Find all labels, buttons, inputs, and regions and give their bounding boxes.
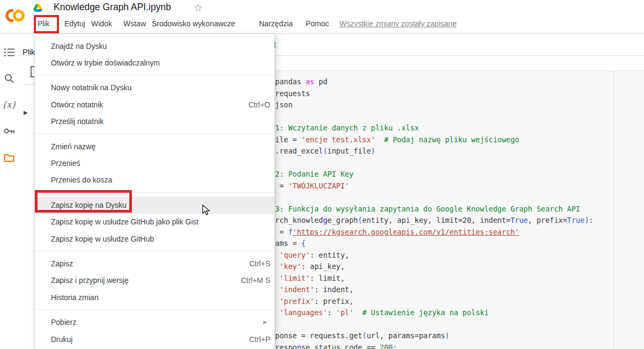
colab-window: Knowledge Graph API.ipynb ☆ Plik Edytuj … — [0, 0, 644, 349]
menu-item-label: Przenieś do kosza — [51, 176, 112, 184]
code-line: .read_excel(input_file) — [275, 146, 593, 157]
code-line: 'languages': 'pl' # Ustawienie języka na… — [275, 307, 593, 319]
menu-item-label: Zmień nazwę — [51, 142, 95, 151]
menu-item-label: Otwórz w trybie doświadczalnym — [51, 59, 160, 67]
menubar-item-wstaw[interactable]: Wstaw — [123, 19, 146, 28]
code-line — [275, 111, 593, 123]
menubar-item-narzedzia[interactable]: Narzędzia — [259, 19, 293, 28]
variables-icon[interactable]: {x} — [3, 99, 15, 111]
code-line: 1: Wczytanie danych z pliku .xlsx — [275, 122, 593, 134]
menu-item-label: Zapisz — [51, 259, 73, 268]
menu-item-revision-history[interactable]: Historia zmian — [35, 289, 275, 306]
menu-item-shortcut: Ctrl+S — [249, 259, 270, 268]
menu-item-label: Przenieś — [51, 159, 80, 168]
star-icon[interactable]: ☆ — [194, 2, 203, 14]
menubar-item-srodowisko-wykonawcze[interactable]: Środowisko wykonawcze — [152, 19, 235, 28]
code-line: 'indent': indent, — [275, 284, 593, 296]
code-line: requests — [275, 88, 593, 100]
file-menu-section: ZapiszCtrl+SZapisz i przypnij wersjęCtrl… — [35, 251, 275, 309]
colab-logo[interactable] — [4, 8, 25, 24]
submenu-arrow-icon: ▶ — [263, 319, 270, 325]
menubar-item-pomoc[interactable]: Pomoc — [306, 19, 329, 28]
code-line — [275, 192, 593, 203]
code-line: = 'TWÓJKLUCZAPI' — [275, 180, 593, 192]
code-line: pandas as pd — [275, 76, 593, 88]
menu-item-label: Pobierz — [51, 318, 76, 326]
menu-item-move[interactable]: Przenieś — [35, 155, 275, 171]
panel-divider — [29, 71, 35, 71]
menu-item-upload-notebook[interactable]: Prześlij notatnik — [35, 113, 275, 130]
menu-item-label: Zapisz kopię w usłudze GitHub jako plik … — [51, 217, 198, 226]
mouse-cursor — [202, 205, 213, 219]
drive-icon — [33, 4, 42, 14]
upload-file-icon[interactable] — [31, 66, 34, 77]
menu-item-move-to-trash[interactable]: Przenieś do kosza — [35, 172, 275, 188]
file-menu-section: Znajdź na DyskuOtwórz w trybie doświadcz… — [35, 34, 275, 75]
menubar-item-edytuj[interactable]: Edytuj — [64, 19, 85, 28]
code-line: 2: Podanie API Key — [275, 169, 593, 180]
menu-item-open-in-playground[interactable]: Otwórz w trybie doświadczalnym — [35, 54, 275, 71]
code-line: rch_knowledge_graph(entity, api_key, lim… — [275, 215, 593, 227]
code-editor[interactable]: pandas as pdrequestsjson 1: Wczytanie da… — [275, 76, 593, 349]
code-line: 'prefix': prefix, — [275, 296, 593, 308]
code-line: 'key': api_key, — [275, 261, 593, 273]
code-line: 3: Funkcja do wysyłania zapytania do Goo… — [275, 203, 593, 215]
colab-logo-icon — [4, 8, 25, 24]
menu-item-label: Zapisz i przypnij wersję — [51, 276, 129, 285]
code-line: json — [275, 99, 593, 111]
table-of-contents-icon[interactable] — [3, 46, 15, 58]
search-icon[interactable] — [3, 72, 15, 84]
code-line: 'limit': limit, — [275, 273, 593, 285]
annotation-box-plik — [34, 15, 59, 33]
code-line — [275, 319, 593, 331]
menu-item-print[interactable]: DrukujCtrl+P — [35, 331, 275, 347]
code-line: 'query': entity, — [275, 250, 593, 261]
menu-item-label: Zapisz kopię w usłudze GitHub — [51, 235, 154, 243]
menu-item-new-notebook-on-drive[interactable]: Nowy notatnik na Dysku — [35, 79, 275, 96]
menu-item-label: Znajdź na Dysku — [51, 42, 107, 50]
menu-item-label: Historia zmian — [51, 293, 99, 302]
menu-item-label: Prześlij notatnik — [51, 117, 103, 126]
code-line: ile = 'encje test.xlsx' # Podaj nazwę pl… — [275, 134, 593, 146]
code-line: = f'https://kgsearch.googleapis.com/v1/e… — [275, 227, 593, 238]
folder-expand-arrow-icon[interactable]: ▶ — [24, 110, 28, 115]
menu-item-save-copy-github[interactable]: Zapisz kopię w usłudze GitHub — [35, 230, 275, 247]
file-menu-section: Nowy notatnik na DyskuOtwórz notatnikCtr… — [35, 75, 275, 134]
menu-item-open-notebook[interactable]: Otwórz notatnikCtrl+O — [35, 96, 275, 113]
code-line: ponse = requests.get(url, params=params) — [275, 330, 593, 342]
menu-item-rename[interactable]: Zmień nazwę — [35, 138, 275, 155]
menu-item-shortcut: Ctrl+M S — [241, 276, 270, 285]
menu-item-save-and-pin-version[interactable]: Zapisz i przypnij wersjęCtrl+M S — [35, 272, 275, 289]
menu-item-shortcut: Ctrl+P — [249, 335, 270, 344]
annotation-box-save-copy-on-drive — [35, 190, 132, 213]
menu-item-save[interactable]: ZapiszCtrl+S — [35, 255, 275, 272]
code-line — [275, 157, 593, 169]
menu-item-label: Drukuj — [51, 335, 72, 344]
menu-item-save-copy-github-gist[interactable]: Zapisz kopię w usłudze GitHub jako plik … — [35, 214, 275, 230]
file-menu-section: Pobierz▶DrukujCtrl+P — [35, 309, 275, 349]
menu-item-find-on-drive[interactable]: Znajdź na Dysku — [35, 38, 275, 54]
menubar-item-widok[interactable]: Widok — [91, 19, 112, 28]
code-line: ams = { — [275, 238, 593, 250]
menu-item-label: Otwórz notatnik — [51, 100, 103, 109]
code-line: response.status_code == 200: — [275, 342, 593, 349]
files-folder-icon[interactable] — [3, 151, 15, 163]
file-menu-section: Zmień nazwęPrzenieśPrzenieś do kosza — [35, 134, 275, 192]
secrets-key-icon[interactable] — [3, 125, 15, 137]
panel-divider — [24, 84, 35, 85]
code-cell-right-divider — [613, 70, 614, 349]
menu-item-label: Nowy notatnik na Dysku — [51, 83, 131, 92]
menu-item-shortcut: Ctrl+O — [248, 100, 270, 109]
autosave-status-link[interactable]: Wszystkie zmiany zostały zapisane — [339, 19, 457, 28]
notebook-title[interactable]: Knowledge Graph API.ipynb — [54, 2, 171, 13]
menu-item-download[interactable]: Pobierz▶ — [35, 314, 275, 330]
